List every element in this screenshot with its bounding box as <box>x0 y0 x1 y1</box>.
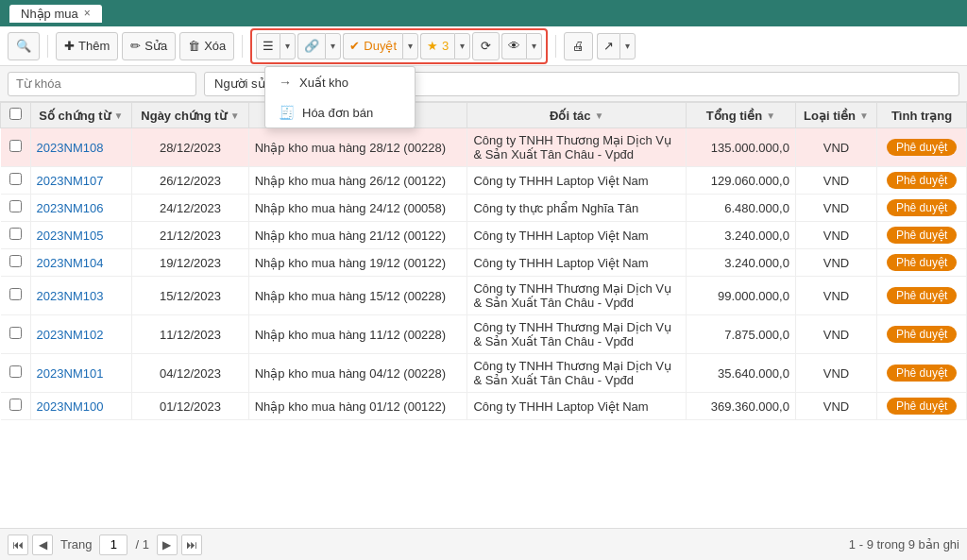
row-loaitien: VND <box>795 277 876 315</box>
sochungtu-link[interactable]: 2023NM104 <box>37 256 104 270</box>
row-tinhtrang: Phê duyệt <box>877 354 967 393</box>
row-checkbox[interactable] <box>9 399 22 411</box>
link-main-button[interactable]: 🔗 <box>297 33 325 59</box>
star-main-button[interactable]: ★ 3 <box>420 33 454 59</box>
data-table: Số chứng từ ▼ Ngày chứng từ ▼ Nội dung ▼ <box>0 102 967 420</box>
row-doitac: Công ty TNHH Thương Mại Dịch Vụ & Sản Xu… <box>467 277 687 315</box>
sochungtu-link[interactable]: 2023NM100 <box>37 399 104 414</box>
row-tinhtrang: Phê duyệt <box>877 195 967 222</box>
row-ngaychungtu: 24/12/2023 <box>132 195 249 222</box>
approve-label: Duyệt <box>364 39 397 53</box>
table-row: 2023NM100 01/12/2023 Nhập kho mua hàng 0… <box>1 393 967 420</box>
approve-dropdown-trigger[interactable]: ▾ <box>402 33 418 59</box>
refresh-button[interactable]: ⟳ <box>472 32 500 60</box>
link-dropdown-trigger[interactable]: ▾ <box>325 33 341 59</box>
row-checkbox[interactable] <box>9 327 22 339</box>
first-page-button[interactable]: ⏮ <box>8 535 28 555</box>
row-loaitien: VND <box>795 167 876 195</box>
row-checkbox[interactable] <box>9 255 22 267</box>
sochungtu-link[interactable]: 2023NM108 <box>37 141 104 155</box>
delete-button[interactable]: 🗑 Xóa <box>179 32 234 60</box>
filter-doitac-icon[interactable]: ▼ <box>594 110 603 121</box>
select-all-checkbox[interactable] <box>9 108 22 120</box>
row-loaitien: VND <box>795 315 876 354</box>
delete-icon: 🗑 <box>188 39 200 53</box>
row-tongtien: 369.360.000,0 <box>687 393 796 420</box>
link-split-button[interactable]: 🔗 ▾ <box>297 33 341 59</box>
status-select-wrap <box>339 72 959 96</box>
table-row: 2023NM105 21/12/2023 Nhập kho mua hàng 2… <box>1 222 967 249</box>
title-bar: Nhập mua × <box>0 0 967 26</box>
row-tongtien: 3.240.000,0 <box>687 222 796 249</box>
view-main-button[interactable]: 👁 <box>501 33 526 59</box>
row-checkbox-cell <box>1 222 31 249</box>
approve-split-button[interactable]: ✔ Duyệt ▾ <box>343 33 418 59</box>
edit-button[interactable]: ✏ Sửa <box>122 32 176 60</box>
row-checkbox[interactable] <box>9 228 22 240</box>
star-split-button[interactable]: ★ 3 ▾ <box>420 33 470 59</box>
page-label: Trang <box>60 537 92 552</box>
menu-main-button[interactable]: ☰ <box>256 33 280 59</box>
tab-nhap-mua[interactable]: Nhập mua × <box>9 5 102 23</box>
sochungtu-link[interactable]: 2023NM107 <box>37 174 104 188</box>
row-loaitien: VND <box>795 249 876 277</box>
share-split-button[interactable]: ↗ ▾ <box>597 33 636 59</box>
star-count: 3 <box>442 39 449 53</box>
share-dropdown-trigger[interactable]: ▾ <box>619 33 636 59</box>
dropdown-item-xuat-kho[interactable]: → Xuất kho <box>265 67 415 97</box>
keyword-input[interactable] <box>8 72 196 96</box>
close-tab-icon[interactable]: × <box>84 7 91 20</box>
status-input[interactable] <box>340 73 959 95</box>
separator-3 <box>555 35 556 58</box>
share-main-button[interactable]: ↗ <box>597 33 619 59</box>
row-checkbox[interactable] <box>9 140 22 152</box>
row-checkbox-cell <box>1 128 31 167</box>
filter-tongtien-icon[interactable]: ▼ <box>766 110 775 121</box>
row-checkbox-cell <box>1 167 31 195</box>
sochungtu-link[interactable]: 2023NM101 <box>37 366 104 381</box>
row-noidung: Nhập kho mua hàng 01/12 (00122) <box>248 393 467 420</box>
menu-dropdown-trigger[interactable]: ▾ <box>280 33 296 59</box>
row-checkbox[interactable] <box>9 173 22 185</box>
row-checkbox[interactable] <box>9 288 22 300</box>
approve-main-button[interactable]: ✔ Duyệt <box>343 33 402 59</box>
table-row: 2023NM108 28/12/2023 Nhập kho mua hàng 2… <box>1 128 967 167</box>
col-header-tongtien: Tổng tiền ▼ <box>687 103 796 128</box>
row-noidung: Nhập kho mua hàng 11/12 (00228) <box>248 315 467 354</box>
last-page-button[interactable]: ⏭ <box>181 535 202 555</box>
filter-loaitien-icon[interactable]: ▼ <box>859 110 869 121</box>
print-button[interactable]: 🖨 <box>564 32 593 60</box>
row-tongtien: 3.240.000,0 <box>687 249 796 277</box>
view-split-button[interactable]: 👁 ▾ <box>501 33 542 59</box>
status-badge: Phê duyệt <box>887 398 957 415</box>
sochungtu-link[interactable]: 2023NM103 <box>37 289 104 303</box>
filter-ngaychungtu-icon[interactable]: ▼ <box>230 110 240 121</box>
row-noidung: Nhập kho mua hàng 19/12 (00122) <box>248 249 467 277</box>
filter-sochungtu-icon[interactable]: ▼ <box>114 110 124 121</box>
row-ngaychungtu: 26/12/2023 <box>132 167 249 195</box>
sochungtu-link[interactable]: 2023NM106 <box>37 201 104 215</box>
row-ngaychungtu: 19/12/2023 <box>132 249 249 277</box>
sochungtu-link[interactable]: 2023NM102 <box>37 328 104 342</box>
edit-icon: ✏ <box>130 39 141 53</box>
row-checkbox-cell <box>1 315 31 354</box>
star-dropdown-trigger[interactable]: ▾ <box>454 33 470 59</box>
next-page-button[interactable]: ▶ <box>157 535 178 555</box>
menu-split-button[interactable]: ☰ ▾ <box>256 33 296 59</box>
dropdown-item-hoa-don-ban[interactable]: 🧾 Hóa đơn bán <box>265 97 415 127</box>
row-checkbox[interactable] <box>9 365 22 378</box>
row-ngaychungtu: 21/12/2023 <box>132 222 249 249</box>
total-pages-label: / 1 <box>135 537 148 552</box>
share-icon: ↗ <box>603 39 614 53</box>
edit-label: Sửa <box>144 39 167 53</box>
add-button[interactable]: ✚ Thêm <box>56 32 118 60</box>
search-toolbar-button[interactable]: 🔍 <box>8 32 40 60</box>
sochungtu-link[interactable]: 2023NM105 <box>37 229 104 243</box>
row-noidung: Nhập kho mua hàng 26/12 (00122) <box>248 167 467 195</box>
prev-page-button[interactable]: ◀ <box>32 535 53 555</box>
table-container: Số chứng từ ▼ Ngày chứng từ ▼ Nội dung ▼ <box>0 102 967 528</box>
view-dropdown-trigger[interactable]: ▾ <box>526 33 542 59</box>
page-number-input[interactable] <box>99 535 127 555</box>
row-checkbox[interactable] <box>9 200 22 212</box>
col-header-checkbox <box>1 103 31 128</box>
